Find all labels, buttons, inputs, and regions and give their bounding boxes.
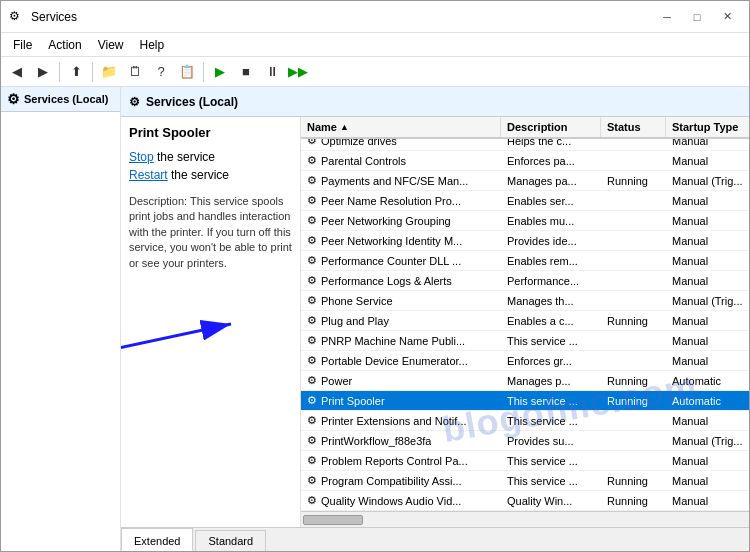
menu-help[interactable]: Help [132, 36, 173, 54]
service-desc-cell: Performance... [501, 273, 601, 289]
export-button[interactable]: 📋 [175, 60, 199, 84]
service-status-cell [601, 299, 666, 303]
service-name-cell: ⚙Program Compatibility Assi... [301, 472, 501, 489]
table-row[interactable]: ⚙PowerManages p...RunningAutomaticLoc... [301, 371, 749, 391]
main-window: ⚙ Services ─ □ ✕ File Action View Help ◀… [0, 0, 750, 552]
table-row[interactable]: ⚙Peer Name Resolution Pro...Enables ser.… [301, 191, 749, 211]
sidebar-icon: ⚙ [7, 91, 20, 107]
table-row[interactable]: ⚙Performance Counter DLL ...Enables rem.… [301, 251, 749, 271]
table-row[interactable]: ⚙Payments and NFC/SE Man...Manages pa...… [301, 171, 749, 191]
service-startup-cell: Manual [666, 139, 749, 149]
menu-view[interactable]: View [90, 36, 132, 54]
service-name: Program Compatibility Assi... [321, 475, 462, 487]
table-row[interactable]: ⚙Problem Reports Control Pa...This servi… [301, 451, 749, 471]
title-bar: ⚙ Services ─ □ ✕ [1, 1, 749, 33]
service-name-cell: ⚙Parental Controls [301, 152, 501, 169]
col-header-status[interactable]: Status [601, 117, 666, 137]
properties-button[interactable]: 🗒 [123, 60, 147, 84]
play-button[interactable]: ▶ [208, 60, 232, 84]
stop-text: the service [154, 150, 215, 164]
menu-action[interactable]: Action [40, 36, 89, 54]
close-button[interactable]: ✕ [713, 7, 741, 27]
horizontal-scrollbar[interactable] [301, 511, 749, 527]
service-startup-cell: Manual [666, 213, 749, 229]
service-name: Optimize drives [321, 139, 397, 147]
service-desc-cell: Enables a c... [501, 313, 601, 329]
service-desc-cell: This service ... [501, 413, 601, 429]
minimize-button[interactable]: ─ [653, 7, 681, 27]
table-row[interactable]: ⚙Performance Logs & AlertsPerformance...… [301, 271, 749, 291]
service-name: Performance Counter DLL ... [321, 255, 461, 267]
list-panel: blogofmc.com Name ▲ Description St [301, 117, 749, 527]
service-name-cell: ⚙Optimize drives [301, 139, 501, 149]
col-header-name[interactable]: Name ▲ [301, 117, 501, 137]
table-row[interactable]: ⚙Parental ControlsEnforces pa...ManualLo… [301, 151, 749, 171]
table-row[interactable]: ⚙Print SpoolerThis service ...RunningAut… [301, 391, 749, 411]
service-status-cell [601, 359, 666, 363]
up-button[interactable]: ⬆ [64, 60, 88, 84]
service-startup-cell: Manual [666, 253, 749, 269]
toolbar: ◀ ▶ ⬆ 📁 🗒 ? 📋 ▶ ■ ⏸ ▶▶ [1, 57, 749, 87]
service-status-cell: Running [601, 313, 666, 329]
scrollbar-thumb[interactable] [303, 515, 363, 525]
table-row[interactable]: ⚙Optimize drivesHelps the c...ManualLoc.… [301, 139, 749, 151]
restart-button[interactable]: ▶▶ [286, 60, 310, 84]
service-name: Power [321, 375, 352, 387]
table-row[interactable]: ⚙Printer Extensions and Notif...This ser… [301, 411, 749, 431]
service-desc-cell: Enables mu... [501, 213, 601, 229]
col-header-startup[interactable]: Startup Type [666, 117, 749, 137]
service-icon: ⚙ [307, 214, 317, 227]
toolbar-sep-2 [92, 62, 93, 82]
service-status-cell [601, 259, 666, 263]
service-icon: ⚙ [307, 354, 317, 367]
selected-service-name: Print Spooler [129, 125, 292, 140]
service-icon: ⚙ [307, 294, 317, 307]
service-desc-cell: Enables ser... [501, 193, 601, 209]
service-startup-cell: Manual (Trig... [666, 293, 749, 309]
table-row[interactable]: ⚙Plug and PlayEnables a c...RunningManua… [301, 311, 749, 331]
service-icon: ⚙ [307, 374, 317, 387]
table-row[interactable]: ⚙Peer Networking GroupingEnables mu...Ma… [301, 211, 749, 231]
service-icon: ⚙ [307, 474, 317, 487]
show-hide-button[interactable]: 📁 [97, 60, 121, 84]
service-desc-cell: Enforces pa... [501, 153, 601, 169]
col-header-description[interactable]: Description [501, 117, 601, 137]
service-status-cell [601, 459, 666, 463]
table-row[interactable]: ⚙PNRP Machine Name Publi...This service … [301, 331, 749, 351]
restart-link[interactable]: Restart [129, 168, 168, 182]
table-row[interactable]: ⚙Peer Networking Identity M...Provides i… [301, 231, 749, 251]
service-desc-cell: This service ... [501, 393, 601, 409]
help-button[interactable]: ? [149, 60, 173, 84]
service-name: Phone Service [321, 295, 393, 307]
service-desc-cell: This service ... [501, 473, 601, 489]
tab-standard[interactable]: Standard [195, 530, 266, 551]
service-startup-cell: Manual [666, 493, 749, 509]
table-row[interactable]: ⚙Phone ServiceManages th...Manual (Trig.… [301, 291, 749, 311]
table-row[interactable]: ⚙Program Compatibility Assi...This servi… [301, 471, 749, 491]
bottom-tabs: Extended Standard [121, 527, 749, 551]
service-description: Description: This service spools print j… [129, 194, 292, 271]
tab-extended[interactable]: Extended [121, 528, 193, 551]
main-header: ⚙ Services (Local) [121, 87, 749, 117]
back-button[interactable]: ◀ [5, 60, 29, 84]
stop-button[interactable]: ■ [234, 60, 258, 84]
service-startup-cell: Manual [666, 333, 749, 349]
stop-link[interactable]: Stop [129, 150, 154, 164]
service-desc-cell: Enforces gr... [501, 353, 601, 369]
restart-service-line: Restart the service [129, 168, 292, 182]
service-icon: ⚙ [307, 154, 317, 167]
maximize-button[interactable]: □ [683, 7, 711, 27]
table-row[interactable]: ⚙PrintWorkflow_f88e3faProvides su...Manu… [301, 431, 749, 451]
service-name-cell: ⚙PrintWorkflow_f88e3fa [301, 432, 501, 449]
menu-file[interactable]: File [5, 36, 40, 54]
pause-button[interactable]: ⏸ [260, 60, 284, 84]
service-name-cell: ⚙Peer Name Resolution Pro... [301, 192, 501, 209]
forward-button[interactable]: ▶ [31, 60, 55, 84]
service-list[interactable]: ⚙Offline FilesThe Offline ...Manual (Tri… [301, 139, 749, 511]
table-row[interactable]: ⚙Quality Windows Audio Vid...Quality Win… [301, 491, 749, 511]
service-icon: ⚙ [307, 394, 317, 407]
service-startup-cell: Manual [666, 193, 749, 209]
service-name: Parental Controls [321, 155, 406, 167]
table-row[interactable]: ⚙Portable Device Enumerator...Enforces g… [301, 351, 749, 371]
service-status-cell [601, 339, 666, 343]
